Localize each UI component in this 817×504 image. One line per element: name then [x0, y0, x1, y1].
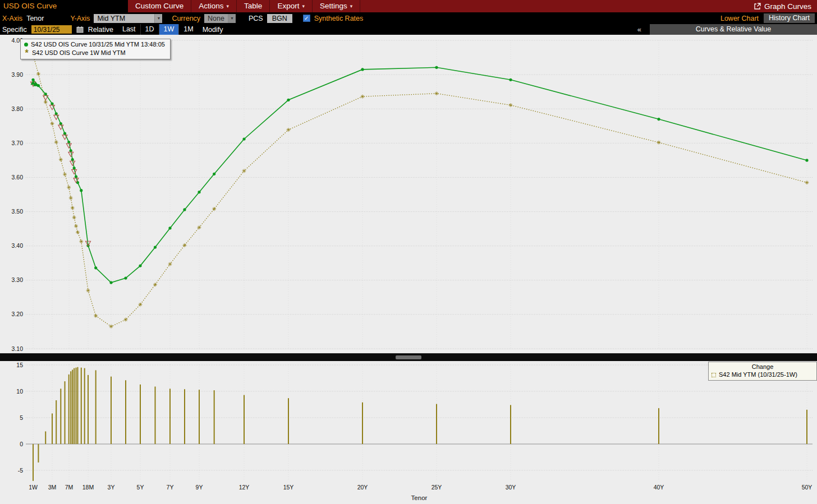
y-axis-select[interactable]: Mid YTM▼: [94, 14, 162, 23]
svg-text:3.50: 3.50: [12, 208, 24, 215]
svg-text:40Y: 40Y: [654, 484, 664, 491]
change-legend-entry-label: S42 Mid YTM (10/31/25-1W): [719, 371, 797, 379]
olive-asterisk-marker-icon: *: [24, 50, 29, 56]
pcs-label: PCS: [249, 15, 263, 22]
svg-text:3M: 3M: [48, 484, 57, 491]
curves-relative-value-panel-header[interactable]: Curves & Relative Value: [650, 24, 817, 35]
range-button-group: Last 1D 1W 1M: [118, 24, 198, 35]
svg-text:50Y: 50Y: [802, 484, 813, 491]
date-toolbar: Specific Relative Last 1D 1W 1M Modify «…: [0, 24, 817, 35]
olive-dotted-box-marker-icon: [712, 373, 716, 377]
svg-text:25Y: 25Y: [432, 484, 442, 491]
currency-select[interactable]: None▼: [204, 14, 236, 23]
external-link-icon: [754, 3, 761, 10]
chevron-down-icon: ▾: [350, 0, 353, 12]
svg-text:7M: 7M: [65, 484, 74, 491]
svg-text:0: 0: [20, 441, 23, 447]
chart-splitter[interactable]: [0, 353, 817, 361]
titlebar-spacer: [360, 0, 748, 12]
menu-custom-curve[interactable]: Custom Curve: [128, 0, 191, 12]
menu-settings[interactable]: Settings▾: [313, 0, 360, 12]
menu-export-label: Export: [277, 0, 299, 12]
chevron-down-icon: ▾: [227, 0, 230, 12]
chart-legend: S42 USD OIS Curve 10/31/25 Mid YTM 13:48…: [20, 39, 171, 59]
svg-text:15Y: 15Y: [283, 484, 294, 491]
range-button-last[interactable]: Last: [118, 24, 140, 35]
svg-text:1W: 1W: [29, 484, 38, 491]
calendar-icon[interactable]: [76, 26, 84, 33]
lower-chart-label: Lower Chart: [720, 15, 759, 22]
svg-text:18M: 18M: [82, 484, 94, 491]
svg-text:5: 5: [20, 414, 23, 421]
menu-actions-label: Actions: [199, 0, 223, 12]
svg-text:3.60: 3.60: [12, 174, 24, 181]
specific-date-input[interactable]: [31, 25, 72, 34]
legend-entry-current: S42 USD OIS Curve 10/31/25 Mid YTM 13:48…: [24, 40, 165, 49]
currency-selected-value: None: [208, 15, 224, 22]
svg-text:3.80: 3.80: [12, 105, 24, 112]
synthetic-rates-label: Synthetic Rates: [314, 15, 364, 22]
range-button-1d[interactable]: 1D: [140, 24, 159, 35]
currency-label: Currency: [172, 15, 200, 22]
svg-text:5Y: 5Y: [137, 484, 144, 491]
svg-text:3.10: 3.10: [12, 345, 24, 352]
history-chart-button[interactable]: History Chart: [764, 13, 815, 23]
menu-export[interactable]: Export▾: [270, 0, 313, 12]
change-legend: Change S42 Mid YTM (10/31/25-1W): [708, 362, 817, 381]
graph-curves-button[interactable]: Graph Curves: [748, 0, 817, 12]
collapse-panel-chevron[interactable]: «: [634, 25, 645, 34]
svg-text:7Y: 7Y: [167, 484, 174, 491]
svg-text:3Y: 3Y: [108, 484, 115, 491]
main-chart-area[interactable]: 4.003.903.803.703.603.503.403.303.203.10…: [0, 35, 817, 353]
chevron-down-icon: ▼: [154, 14, 162, 23]
change-bar-chart[interactable]: 151050-51W3M7M18M3Y5Y7Y9Y12Y15Y20Y25Y30Y…: [0, 361, 817, 504]
svg-text:20Y: 20Y: [357, 484, 368, 491]
svg-text:3.40: 3.40: [12, 242, 24, 249]
menu-actions[interactable]: Actions▾: [191, 0, 237, 12]
svg-text:15: 15: [16, 362, 23, 368]
svg-text:30Y: 30Y: [506, 484, 516, 491]
axis-toolbar: X-Axis Tenor Y-Axis Mid YTM▼ Currency No…: [0, 12, 817, 24]
range-button-1w[interactable]: 1W: [159, 24, 179, 35]
x-axis-label: X-Axis: [2, 15, 22, 22]
usd-ois-curve-window: USD OIS Curve Custom Curve Actions▾ Tabl…: [0, 0, 817, 504]
legend-entry-1w: * S42 USD OIS Curve 1W Mid YTM: [24, 49, 165, 57]
graph-curves-label: Graph Curves: [764, 2, 811, 11]
menu-settings-label: Settings: [320, 0, 347, 12]
change-legend-title: Change: [712, 363, 814, 371]
svg-text:-5: -5: [18, 467, 23, 474]
change-legend-entry: S42 Mid YTM (10/31/25-1W): [712, 371, 814, 379]
legend-entry-1w-label: S42 USD OIS Curve 1W Mid YTM: [32, 49, 126, 57]
chevron-down-icon: ▾: [302, 0, 305, 12]
ois-curve-chart[interactable]: 4.003.903.803.703.603.503.403.303.203.10: [0, 35, 817, 353]
synthetic-rates-checkbox[interactable]: ✓: [303, 15, 310, 22]
menu-custom-curve-label: Custom Curve: [135, 0, 183, 12]
green-dot-marker-icon: [24, 43, 28, 47]
x-axis-value[interactable]: Tenor: [26, 15, 44, 22]
relative-mode-label[interactable]: Relative: [88, 26, 113, 34]
svg-text:3.20: 3.20: [12, 311, 24, 317]
page-title: USD OIS Curve: [0, 0, 128, 12]
svg-text:10: 10: [16, 388, 23, 395]
pcs-value[interactable]: BGN: [267, 14, 292, 23]
y-axis-selected-value: Mid YTM: [97, 15, 125, 22]
menu-table-label: Table: [244, 0, 262, 12]
svg-text:Tenor: Tenor: [411, 494, 428, 501]
y-axis-label: Y-Axis: [70, 15, 90, 22]
title-bar: USD OIS Curve Custom Curve Actions▾ Tabl…: [0, 0, 817, 12]
svg-text:9Y: 9Y: [196, 484, 203, 491]
lower-chart-area[interactable]: 151050-51W3M7M18M3Y5Y7Y9Y12Y15Y20Y25Y30Y…: [0, 361, 817, 504]
specific-mode-label[interactable]: Specific: [2, 26, 27, 34]
splitter-handle[interactable]: [396, 355, 421, 359]
svg-text:3.30: 3.30: [12, 276, 24, 283]
legend-entry-current-label: S42 USD OIS Curve 10/31/25 Mid YTM 13:48…: [31, 40, 165, 49]
chevron-down-icon: ▼: [228, 14, 236, 23]
range-button-1m[interactable]: 1M: [178, 24, 198, 35]
svg-text:3.90: 3.90: [12, 71, 24, 78]
svg-text:3.70: 3.70: [12, 140, 24, 146]
modify-button[interactable]: Modify: [203, 26, 223, 34]
svg-text:12Y: 12Y: [239, 484, 250, 491]
menu-table[interactable]: Table: [237, 0, 270, 12]
